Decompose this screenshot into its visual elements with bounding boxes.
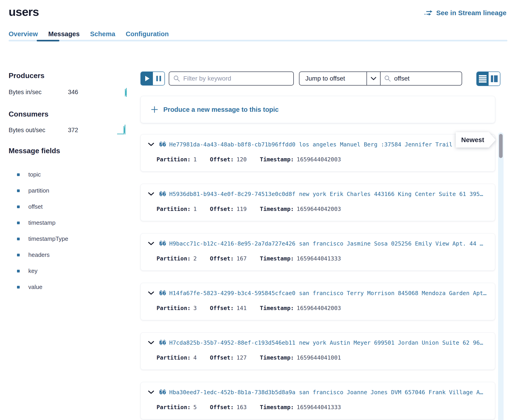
play-button[interactable] xyxy=(141,72,153,85)
bytes-out-value: 372 xyxy=(68,127,78,134)
jump-to-offset-value: Jump to offset xyxy=(300,75,367,82)
message-meta: Partition:2 Offset:167 Timestamp:1659644… xyxy=(156,255,354,262)
message-key-value: ��He77981da-4a43-48ab-b8f8-cb71b96ffdd0l… xyxy=(159,141,459,148)
message-row[interactable]: ��He77981da-4a43-48ab-b8f8-cb71b96ffdd0l… xyxy=(140,134,495,172)
message-meta: Partition:1 Offset:119 Timestamp:1659644… xyxy=(156,206,354,212)
tab-messages[interactable]: Messages xyxy=(48,30,80,40)
field-item-value[interactable]: value xyxy=(17,279,68,295)
field-bullet-icon xyxy=(17,286,20,289)
field-bullet-icon xyxy=(17,189,20,192)
message-fields-list: topic partition offset timestamp timesta… xyxy=(17,166,68,295)
producers-heading: Producers xyxy=(9,72,44,80)
chevron-down-icon xyxy=(367,77,380,80)
consumers-sparkline xyxy=(117,124,126,135)
message-key-value: ��H7cda825b-35b7-4952-88ef-c193d546eb11n… xyxy=(159,339,483,346)
message-key-value: ��Hba30eed7-1edc-452b-8b1a-738d3b5d8a9as… xyxy=(159,389,483,396)
columns-view-icon xyxy=(490,75,498,82)
plus-icon xyxy=(151,106,158,113)
chevron-down-icon[interactable] xyxy=(148,192,154,196)
play-icon xyxy=(145,76,149,81)
message-row[interactable]: ��H7cda825b-35b7-4952-88ef-c193d546eb11n… xyxy=(140,332,495,370)
offset-search-field xyxy=(380,72,462,86)
tab-schema[interactable]: Schema xyxy=(90,30,115,40)
chevron-down-icon[interactable] xyxy=(148,390,154,394)
tab-overview[interactable]: Overview xyxy=(9,30,38,40)
chevron-down-icon[interactable] xyxy=(148,291,154,295)
message-key-value: ��H14fa67fe-5823-4299-b3c4-595845cfcae0s… xyxy=(159,290,486,296)
field-item-offset[interactable]: offset xyxy=(17,199,68,215)
field-item-timestamptype[interactable]: timestampType xyxy=(17,231,68,247)
field-item-key[interactable]: key xyxy=(17,263,68,279)
field-bullet-icon xyxy=(17,222,20,224)
columns-view-button[interactable] xyxy=(489,72,500,86)
stream-lineage-label: See in Stream lineage xyxy=(436,9,507,17)
message-row[interactable]: ��H14fa67fe-5823-4299-b3c4-595845cfcae0s… xyxy=(140,283,495,320)
pause-icon xyxy=(160,76,161,81)
pause-button[interactable] xyxy=(153,72,164,85)
tab-track xyxy=(9,40,507,41)
pause-icon xyxy=(156,76,158,81)
newest-tooltip-label: Newest xyxy=(456,132,496,148)
keyword-filter-field xyxy=(169,72,294,86)
list-view-icon xyxy=(478,75,487,83)
messages-scrollbar-track[interactable] xyxy=(498,132,504,420)
stream-lineage-link[interactable]: See in Stream lineage xyxy=(424,9,507,17)
produce-message-button[interactable]: Produce a new message to this topic xyxy=(140,96,495,123)
message-fields-heading: Message fields xyxy=(9,147,60,155)
topic-messages-page: users See in Stream lineage Overview Mes… xyxy=(0,0,516,420)
offset-search-input[interactable] xyxy=(394,75,458,82)
message-meta: Partition:3 Offset:141 Timestamp:1659644… xyxy=(156,305,354,311)
chevron-down-icon[interactable] xyxy=(148,142,154,146)
produce-message-label: Produce a new message to this topic xyxy=(163,106,279,113)
field-item-timestamp[interactable]: timestamp xyxy=(17,215,68,231)
page-title: users xyxy=(9,5,39,19)
stream-lineage-icon xyxy=(424,9,433,16)
field-bullet-icon xyxy=(17,254,20,256)
bytes-out-label: Bytes out/sec xyxy=(9,127,45,134)
field-item-headers[interactable]: headers xyxy=(17,247,68,263)
producers-sparkline xyxy=(123,87,129,97)
consumers-heading: Consumers xyxy=(9,110,48,118)
message-key-value: ��H5936db81-b943-4e0f-8c29-74513e0c0d8fn… xyxy=(159,191,483,197)
message-key-value: ��H9bacc71c-b12c-4216-8e95-2a7da727e426s… xyxy=(159,240,483,247)
list-view-button[interactable] xyxy=(477,72,489,86)
tab-active-indicator xyxy=(37,40,59,41)
jump-to-offset-select[interactable]: Jump to offset xyxy=(299,72,380,86)
message-row[interactable]: ��Hba30eed7-1edc-452b-8b1a-738d3b5d8a9as… xyxy=(140,382,495,419)
chevron-down-icon[interactable] xyxy=(148,341,154,345)
search-icon xyxy=(384,75,391,82)
bytes-in-label: Bytes in/sec xyxy=(9,89,42,96)
tab-bar: Overview Messages Schema Configuration xyxy=(9,30,169,40)
messages-scrollbar-thumb[interactable] xyxy=(499,134,503,158)
live-consume-toggle xyxy=(140,72,165,86)
search-icon xyxy=(173,75,180,82)
view-mode-toggle xyxy=(476,72,500,86)
newest-tooltip: Newest xyxy=(456,132,496,148)
field-item-topic[interactable]: topic xyxy=(17,166,68,183)
message-meta: Partition:4 Offset:127 Timestamp:1659644… xyxy=(156,354,354,361)
message-meta: Partition:5 Offset:163 Timestamp:1659644… xyxy=(156,404,354,411)
message-row[interactable]: ��H5936db81-b943-4e0f-8c29-74513e0c0d8fn… xyxy=(140,184,495,221)
field-bullet-icon xyxy=(17,173,20,176)
message-row[interactable]: ��H9bacc71c-b12c-4216-8e95-2a7da727e426s… xyxy=(140,233,495,271)
chevron-down-icon[interactable] xyxy=(148,242,154,246)
field-bullet-icon xyxy=(17,238,20,240)
keyword-filter-input[interactable] xyxy=(183,75,289,82)
field-bullet-icon xyxy=(17,270,20,272)
field-item-partition[interactable]: partition xyxy=(17,183,68,199)
tab-configuration[interactable]: Configuration xyxy=(126,30,169,40)
message-meta: Partition:1 Offset:120 Timestamp:1659644… xyxy=(156,156,354,163)
bytes-in-value: 346 xyxy=(68,89,78,96)
field-bullet-icon xyxy=(17,205,20,208)
